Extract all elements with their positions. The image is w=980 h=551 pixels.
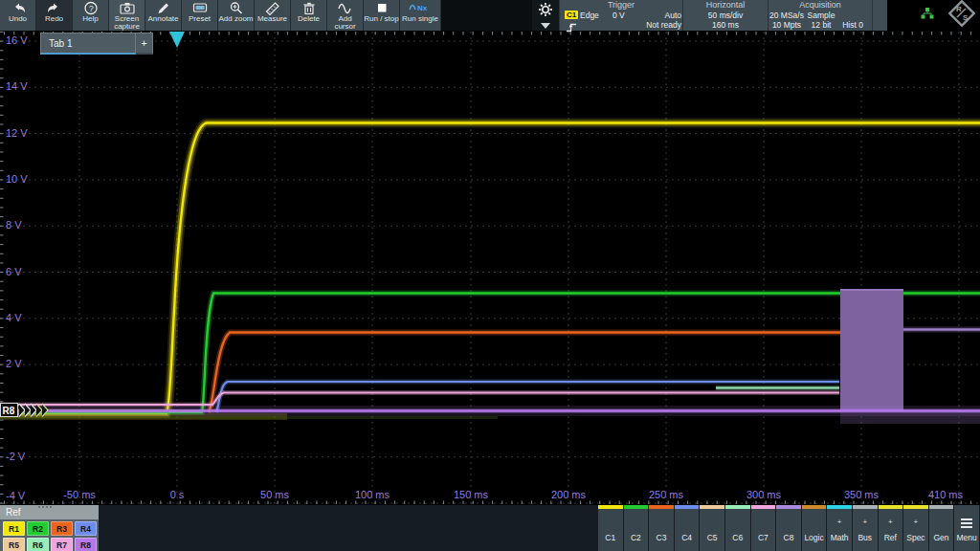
ref-button-r4[interactable]: R4 xyxy=(75,521,97,536)
x-axis-label: 300 ms xyxy=(735,489,792,500)
bus-button[interactable]: +Bus xyxy=(853,505,878,551)
ref-button-r1[interactable]: R1 xyxy=(3,521,25,536)
c3-color-strip xyxy=(649,505,674,509)
math-color-strip xyxy=(827,505,852,509)
c7-label: C7 xyxy=(758,533,768,542)
logic-button[interactable]: Logic xyxy=(802,505,827,551)
ref-dialog-title: Ref xyxy=(6,507,21,518)
math-label: Math xyxy=(831,533,849,542)
ref-dialog: Ref R1 R2 R3 R4 R5 R6 R7 R8 xyxy=(0,505,99,551)
ref-button-r2[interactable]: R2 xyxy=(27,521,49,536)
ref-button[interactable]: +Ref xyxy=(879,505,903,551)
math-plus: + xyxy=(837,518,842,526)
spec-label: Spec xyxy=(906,533,924,542)
channel-button-c8[interactable]: C8 xyxy=(776,505,801,551)
menu-icon xyxy=(961,518,972,528)
x-axis-label: -50 ms xyxy=(51,489,108,500)
trace-yellow xyxy=(0,123,980,414)
tab-1[interactable]: Tab 1 xyxy=(40,33,136,55)
trace-pink-glow xyxy=(0,393,839,406)
channel-button-c2[interactable]: C2 xyxy=(624,505,649,551)
bus-label: Bus xyxy=(858,533,872,542)
gen-color-strip xyxy=(929,505,954,509)
c2-color-strip xyxy=(624,505,649,509)
logic-color-strip xyxy=(802,505,827,509)
x-axis-label: 0 s xyxy=(148,489,206,500)
c3-label: C3 xyxy=(657,533,667,542)
bus-plus: + xyxy=(862,518,867,526)
math-button[interactable]: +Math xyxy=(827,505,852,551)
channel-button-c1[interactable]: C1 xyxy=(598,505,623,551)
c8-color-strip xyxy=(776,505,801,509)
c1-color-strip xyxy=(598,505,623,509)
waveform-plot[interactable]: R8 xyxy=(0,0,980,551)
trace-orange-glow xyxy=(209,333,840,413)
ref-plus: + xyxy=(888,518,893,526)
bottom-bar: C1 C2 C3 C4 C5 C6 C7 C8 Logic +Math +Bus… xyxy=(0,505,980,551)
add-tab-button[interactable]: + xyxy=(136,33,153,55)
trigger-position-marker[interactable] xyxy=(169,32,185,48)
channel-button-c6[interactable]: C6 xyxy=(725,505,750,551)
trace-purple-burst-block xyxy=(840,290,903,412)
x-axis-label: 150 ms xyxy=(442,489,500,500)
y-axis-label: -2 V xyxy=(6,451,46,462)
ref-button-r3[interactable]: R3 xyxy=(51,521,73,536)
c5-label: C5 xyxy=(707,533,718,542)
c7-color-strip xyxy=(751,505,776,509)
spec-button[interactable]: +Spec xyxy=(903,505,928,551)
c8-label: C8 xyxy=(784,533,794,542)
menu-button[interactable]: Menu xyxy=(954,505,979,551)
y-axis-label: 4 V xyxy=(6,312,46,323)
channel-buttons: C1 C2 C3 C4 C5 C6 C7 C8 Logic +Math +Bus… xyxy=(598,505,980,551)
y-axis-label: 2 V xyxy=(6,358,46,369)
ref-button-r6[interactable]: R6 xyxy=(27,538,49,551)
spec-plus: + xyxy=(914,518,919,526)
channel-button-c3[interactable]: C3 xyxy=(649,505,674,551)
c1-label: C1 xyxy=(605,533,615,542)
ref-dialog-body: R1 R2 R3 R4 R5 R6 R7 R8 xyxy=(0,519,99,551)
trace-yellow-fuzz xyxy=(0,123,980,414)
trace-orange xyxy=(209,333,840,413)
ref-button-r5[interactable]: R5 xyxy=(3,538,25,551)
bus-color-strip xyxy=(853,505,878,509)
y-axis-label: 14 V xyxy=(6,80,46,92)
x-axis-label: 200 ms xyxy=(540,489,597,500)
svg-text:R8: R8 xyxy=(3,406,15,416)
oscilloscope-app: R8 16 V 14 V 12 V 10 V 8 V 6 V 4 V 2 V -… xyxy=(0,0,980,551)
c2-label: C2 xyxy=(631,533,641,542)
spec-color-strip xyxy=(903,505,928,509)
channel-button-c4[interactable]: C4 xyxy=(675,505,700,551)
c4-color-strip xyxy=(675,505,700,509)
x-axis-label: 100 ms xyxy=(344,489,401,500)
y-axis-label: 8 V xyxy=(6,219,46,231)
c4-label: C4 xyxy=(681,533,692,542)
ref-button-r7[interactable]: R7 xyxy=(51,538,73,551)
gen-button[interactable]: Gen xyxy=(929,505,954,551)
ref-button-r8[interactable]: R8 xyxy=(75,538,97,551)
menu-label: Menu xyxy=(956,533,976,542)
channel-button-c5[interactable]: C5 xyxy=(700,505,724,551)
x-axis-label: 410 ms xyxy=(917,489,974,500)
ref-color-strip xyxy=(879,505,903,509)
x-axis-label: 50 ms xyxy=(246,489,303,500)
logic-label: Logic xyxy=(804,533,823,542)
y-axis-label: 12 V xyxy=(6,127,46,139)
drag-handle-icon[interactable] xyxy=(38,506,52,508)
ref-dialog-header[interactable]: Ref xyxy=(0,505,99,519)
y-axis-label: -4 V xyxy=(6,490,46,501)
gen-label: Gen xyxy=(933,533,948,542)
c6-label: C6 xyxy=(732,533,743,542)
c6-color-strip xyxy=(725,505,750,509)
y-axis-label: 10 V xyxy=(6,173,46,185)
y-axis-label: 6 V xyxy=(6,266,46,277)
ref-label: Ref xyxy=(884,533,897,542)
c5-color-strip xyxy=(700,505,724,509)
trace-yellow-glow xyxy=(0,123,980,414)
x-axis-label: 250 ms xyxy=(637,489,695,500)
channel-button-c7[interactable]: C7 xyxy=(751,505,776,551)
x-axis-label: 350 ms xyxy=(833,489,890,500)
tab-bar: Tab 1 + xyxy=(40,33,153,55)
